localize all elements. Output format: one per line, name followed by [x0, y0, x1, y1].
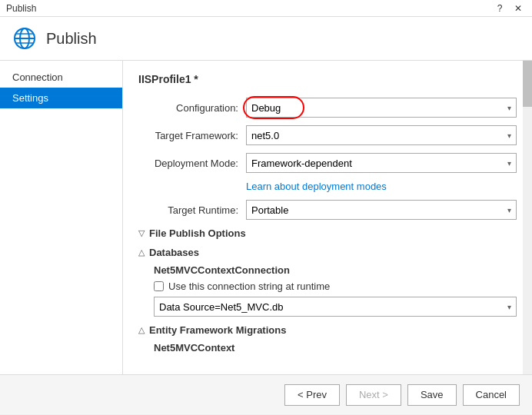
target-runtime-row: Target Runtime: Portable ▾	[138, 200, 517, 220]
title-bar-buttons: ? ✕	[492, 1, 526, 16]
ef-context-title: Net5MVCContext	[154, 342, 517, 354]
ef-expand-icon: △	[138, 325, 145, 335]
sidebar-item-connection[interactable]: Connection	[0, 67, 122, 88]
ef-migrations-title: Entity Framework Migrations	[149, 324, 286, 336]
sidebar-item-settings[interactable]: Settings	[0, 88, 122, 108]
target-runtime-value: Portable	[251, 204, 288, 216]
configuration-arrow: ▾	[507, 104, 511, 112]
target-runtime-dropdown[interactable]: Portable ▾	[246, 200, 517, 220]
scrollbar[interactable]	[523, 61, 532, 374]
deployment-mode-arrow: ▾	[507, 159, 511, 168]
close-button[interactable]: ✕	[510, 1, 526, 16]
db-connection-dropdown[interactable]: Data Source=Net5_MVC.db ▾	[154, 297, 517, 317]
header: Publish	[0, 17, 532, 61]
help-button[interactable]: ?	[492, 1, 507, 16]
target-framework-arrow: ▾	[507, 131, 511, 140]
target-framework-dropdown[interactable]: net5.0 ▾	[246, 125, 517, 145]
ef-subsection: Net5MVCContext	[154, 342, 517, 354]
profile-title: IISProfile1 *	[138, 73, 517, 85]
configuration-row: Configuration: Debug ▾	[138, 98, 517, 118]
sidebar: Connection Settings	[0, 61, 123, 374]
configuration-label: Configuration:	[138, 102, 246, 114]
db-connection-value: Data Source=Net5_MVC.db	[159, 301, 284, 313]
content-area: IISProfile1 * Configuration: Debug ▾ Tar…	[123, 61, 532, 374]
target-runtime-arrow: ▾	[507, 206, 511, 214]
next-button[interactable]: Next >	[346, 384, 401, 406]
target-framework-label: Target Framework:	[138, 130, 246, 141]
configuration-dropdown[interactable]: Debug ▾	[246, 98, 517, 118]
connection-string-checkbox-row: Use this connection string at runtime	[154, 281, 517, 292]
file-publish-expand-icon: ▽	[138, 228, 145, 238]
globe-icon	[12, 26, 37, 51]
deployment-mode-row: Deployment Mode: Framework-dependent ▾	[138, 153, 517, 173]
connection-string-label: Use this connection string at runtime	[168, 281, 330, 292]
file-publish-section-header[interactable]: ▽ File Publish Options	[138, 227, 517, 239]
ef-migrations-section-header[interactable]: △ Entity Framework Migrations	[138, 324, 517, 336]
link-offset	[138, 181, 246, 192]
scrollbar-thumb[interactable]	[523, 61, 532, 107]
cancel-button[interactable]: Cancel	[463, 384, 520, 406]
footer: < Prev Next > Save Cancel	[0, 374, 532, 414]
window-title: Publish	[6, 3, 36, 14]
configuration-value: Debug	[251, 102, 281, 114]
deployment-link-row: Learn about deployment modes	[138, 181, 517, 192]
save-button[interactable]: Save	[407, 384, 457, 406]
connection-string-checkbox[interactable]	[154, 281, 164, 291]
db-connection-title: Net5MVCContextConnection	[154, 264, 517, 276]
databases-title: Databases	[149, 247, 199, 258]
target-runtime-label: Target Runtime:	[138, 204, 246, 216]
databases-expand-icon: △	[138, 247, 145, 257]
deployment-mode-value: Framework-dependent	[251, 158, 352, 169]
page-title: Publish	[46, 30, 97, 48]
deployment-mode-dropdown[interactable]: Framework-dependent ▾	[246, 153, 517, 173]
file-publish-title: File Publish Options	[149, 227, 246, 239]
target-framework-row: Target Framework: net5.0 ▾	[138, 125, 517, 145]
target-framework-value: net5.0	[251, 130, 279, 141]
db-connection-arrow: ▾	[507, 303, 511, 311]
databases-section-header[interactable]: △ Databases	[138, 247, 517, 258]
deployment-modes-link[interactable]: Learn about deployment modes	[246, 181, 387, 192]
prev-button[interactable]: < Prev	[284, 384, 340, 406]
deployment-mode-label: Deployment Mode:	[138, 158, 246, 169]
databases-subsection: Net5MVCContextConnection Use this connec…	[154, 264, 517, 317]
title-bar: Publish ? ✕	[0, 0, 532, 17]
main-container: Connection Settings IISProfile1 * Config…	[0, 61, 532, 374]
